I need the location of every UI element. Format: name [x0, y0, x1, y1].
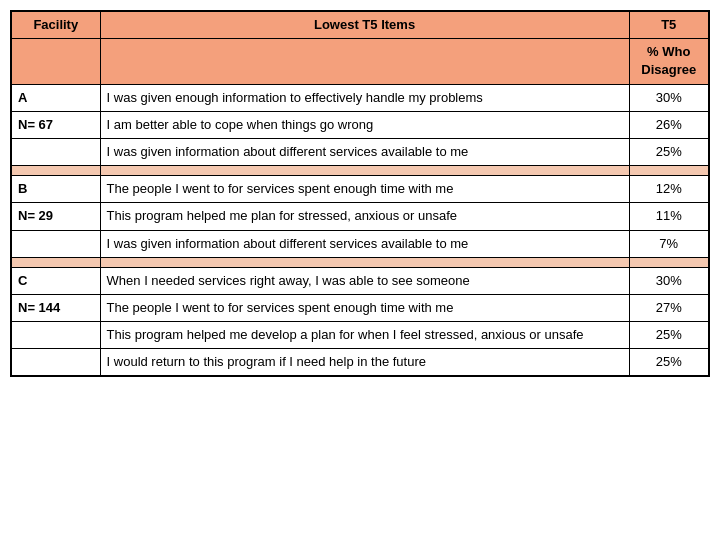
subheader-row: % Who Disagree [12, 39, 709, 84]
facility-cell: B [12, 176, 101, 203]
table-row: N= 67I am better able to cope when thing… [12, 111, 709, 138]
header-t5: T5 [629, 12, 708, 39]
item-cell: I was given information about different … [100, 138, 629, 165]
facility-cell [12, 138, 101, 165]
pct-cell: 26% [629, 111, 708, 138]
pct-cell: 7% [629, 230, 708, 257]
item-cell: This program helped me plan for stressed… [100, 203, 629, 230]
pct-cell: 25% [629, 322, 708, 349]
item-cell: I would return to this program if I need… [100, 349, 629, 376]
table-row: This program helped me develop a plan fo… [12, 322, 709, 349]
facility-cell [12, 230, 101, 257]
subheader-items-empty [100, 39, 629, 84]
item-cell: I was given enough information to effect… [100, 84, 629, 111]
section-spacer [12, 166, 709, 176]
facility-cell: N= 144 [12, 294, 101, 321]
header-facility: Facility [12, 12, 101, 39]
subheader-facility-empty [12, 39, 101, 84]
table-row: N= 29This program helped me plan for str… [12, 203, 709, 230]
facility-cell: C [12, 267, 101, 294]
item-cell: I was given information about different … [100, 230, 629, 257]
table-row: CWhen I needed services right away, I wa… [12, 267, 709, 294]
pct-cell: 11% [629, 203, 708, 230]
main-table-wrapper: Facility Lowest T5 Items T5 % Who Disagr… [10, 10, 710, 377]
facility-cell: N= 29 [12, 203, 101, 230]
item-cell: The people I went to for services spent … [100, 176, 629, 203]
facility-cell: N= 67 [12, 111, 101, 138]
pct-cell: 27% [629, 294, 708, 321]
table-header: Facility Lowest T5 Items T5 [12, 12, 709, 39]
pct-cell: 12% [629, 176, 708, 203]
section-spacer [12, 257, 709, 267]
table-row: I was given information about different … [12, 230, 709, 257]
table-row: I would return to this program if I need… [12, 349, 709, 376]
facility-cell [12, 322, 101, 349]
table-row: N= 144The people I went to for services … [12, 294, 709, 321]
subheader-pct: % Who Disagree [629, 39, 708, 84]
facility-cell: A [12, 84, 101, 111]
item-cell: I am better able to cope when things go … [100, 111, 629, 138]
table-row: BThe people I went to for services spent… [12, 176, 709, 203]
facility-cell [12, 349, 101, 376]
pct-cell: 25% [629, 138, 708, 165]
table-row: I was given information about different … [12, 138, 709, 165]
pct-cell: 30% [629, 267, 708, 294]
item-cell: When I needed services right away, I was… [100, 267, 629, 294]
header-items: Lowest T5 Items [100, 12, 629, 39]
pct-cell: 30% [629, 84, 708, 111]
table-row: AI was given enough information to effec… [12, 84, 709, 111]
item-cell: This program helped me develop a plan fo… [100, 322, 629, 349]
pct-cell: 25% [629, 349, 708, 376]
item-cell: The people I went to for services spent … [100, 294, 629, 321]
